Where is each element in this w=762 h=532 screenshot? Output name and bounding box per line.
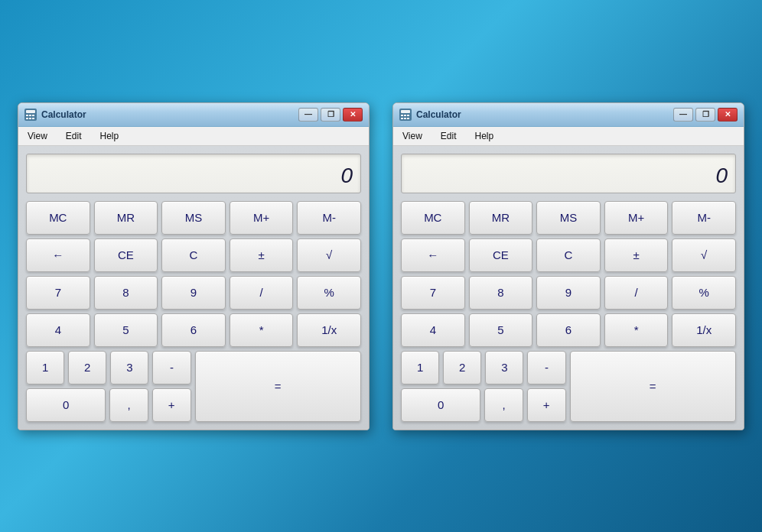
c-button-1[interactable]: C bbox=[161, 238, 226, 272]
divide-button-1[interactable]: / bbox=[230, 276, 294, 310]
two-button-2[interactable]: 2 bbox=[443, 351, 481, 384]
menu-view-2[interactable]: View bbox=[399, 129, 425, 143]
nine-button-1[interactable]: 9 bbox=[161, 276, 226, 310]
last-section-2: 1 2 3 - 0 , + = bbox=[401, 351, 736, 422]
mc-button-2[interactable]: MC bbox=[401, 201, 465, 235]
maximize-button-1[interactable]: ❐ bbox=[321, 108, 340, 122]
plus-button-1[interactable]: + bbox=[152, 388, 191, 422]
menu-view-1[interactable]: View bbox=[24, 129, 50, 143]
button-grid-2: MC MR MS M+ M- ← CE C ± √ 7 8 9 / % bbox=[401, 201, 736, 422]
seven-button-1[interactable]: 7 bbox=[26, 276, 90, 310]
plusminus-button-2[interactable]: ± bbox=[604, 238, 669, 272]
bottom-row-1: 0 , + bbox=[26, 388, 191, 422]
close-button-1[interactable]: ✕ bbox=[343, 108, 363, 122]
mr-button-1[interactable]: MR bbox=[94, 201, 158, 235]
maximize-button-2[interactable]: ❐ bbox=[695, 108, 715, 122]
ce-button-1[interactable]: CE bbox=[94, 238, 158, 272]
reciprocal-button-2[interactable]: 1/x bbox=[672, 313, 736, 347]
menu-edit-1[interactable]: Edit bbox=[63, 129, 85, 143]
five-button-1[interactable]: 5 bbox=[94, 313, 158, 347]
equals-button-2[interactable]: = bbox=[570, 351, 737, 422]
equals-button-1[interactable]: = bbox=[195, 351, 362, 422]
one-button-1[interactable]: 1 bbox=[26, 351, 64, 384]
left-col-2: 1 2 3 - 0 , + bbox=[401, 351, 566, 422]
reciprocal-button-1[interactable]: 1/x bbox=[297, 313, 361, 347]
svg-rect-14 bbox=[404, 118, 406, 119]
minus-button-2[interactable]: - bbox=[527, 351, 565, 384]
memory-row-2: MC MR MS M+ M- bbox=[401, 201, 736, 235]
mminus-button-2[interactable]: M- bbox=[672, 201, 736, 235]
backspace-button-2[interactable]: ← bbox=[401, 238, 465, 272]
mplus-button-2[interactable]: M+ bbox=[604, 201, 669, 235]
percent-button-2[interactable]: % bbox=[672, 276, 736, 310]
plus-button-2[interactable]: + bbox=[527, 388, 566, 422]
svg-rect-11 bbox=[404, 115, 406, 116]
sqrt-button-1[interactable]: √ bbox=[297, 238, 361, 272]
num-row1-1: 7 8 9 / % bbox=[26, 276, 361, 310]
minimize-button-1[interactable]: — bbox=[298, 108, 318, 122]
divide-button-2[interactable]: / bbox=[604, 276, 669, 310]
decimal-button-1[interactable]: , bbox=[109, 388, 148, 422]
six-button-2[interactable]: 6 bbox=[536, 313, 601, 347]
minimize-button-2[interactable]: — bbox=[673, 108, 693, 122]
menu-bar-1: View Edit Help bbox=[18, 127, 369, 146]
svg-rect-4 bbox=[32, 115, 34, 116]
multiply-button-1[interactable]: * bbox=[230, 313, 294, 347]
title-left-1: Calculator bbox=[24, 109, 86, 121]
sqrt-button-2[interactable]: √ bbox=[672, 238, 736, 272]
title-bar-1: Calculator — ❐ ✕ bbox=[18, 103, 369, 127]
mminus-button-1[interactable]: M- bbox=[297, 201, 361, 235]
six-button-1[interactable]: 6 bbox=[161, 313, 226, 347]
svg-rect-10 bbox=[401, 115, 403, 116]
svg-rect-6 bbox=[29, 118, 31, 119]
memory-row-1: MC MR MS M+ M- bbox=[26, 201, 361, 235]
backspace-button-1[interactable]: ← bbox=[26, 238, 90, 272]
ms-button-1[interactable]: MS bbox=[161, 201, 226, 235]
display-value-1: 0 bbox=[340, 164, 353, 188]
multiply-button-2[interactable]: * bbox=[604, 313, 669, 347]
menu-edit-2[interactable]: Edit bbox=[438, 129, 460, 143]
zero-button-2[interactable]: 0 bbox=[401, 388, 480, 422]
zero-button-1[interactable]: 0 bbox=[26, 388, 106, 422]
display-2: 0 bbox=[401, 154, 736, 193]
menu-help-1[interactable]: Help bbox=[96, 129, 122, 143]
eight-button-2[interactable]: 8 bbox=[469, 276, 533, 310]
last-section-1: 1 2 3 - 0 , + = bbox=[26, 351, 361, 422]
svg-rect-2 bbox=[26, 115, 28, 116]
svg-rect-1 bbox=[26, 110, 35, 113]
four-button-2[interactable]: 4 bbox=[401, 313, 465, 347]
ce-button-2[interactable]: CE bbox=[469, 238, 533, 272]
window-title-1: Calculator bbox=[41, 109, 86, 120]
three-button-1[interactable]: 3 bbox=[110, 351, 148, 384]
eight-button-1[interactable]: 8 bbox=[94, 276, 158, 310]
one-button-2[interactable]: 1 bbox=[401, 351, 439, 384]
bottom-row-2: 0 , + bbox=[401, 388, 566, 422]
mplus-button-1[interactable]: M+ bbox=[230, 201, 294, 235]
left-col-1: 1 2 3 - 0 , + bbox=[26, 351, 191, 422]
menu-help-2[interactable]: Help bbox=[471, 129, 497, 143]
title-buttons-2: — ❐ ✕ bbox=[673, 108, 738, 122]
minus-button-1[interactable]: - bbox=[152, 351, 190, 384]
ms-button-2[interactable]: MS bbox=[536, 201, 601, 235]
button-grid-1: MC MR MS M+ M- ← CE C ± √ 7 8 9 / % bbox=[26, 201, 361, 422]
close-button-2[interactable]: ✕ bbox=[718, 108, 738, 122]
nine-button-2[interactable]: 9 bbox=[536, 276, 601, 310]
clear-row-1: ← CE C ± √ bbox=[26, 238, 361, 272]
seven-button-2[interactable]: 7 bbox=[401, 276, 465, 310]
percent-button-1[interactable]: % bbox=[297, 276, 361, 310]
five-button-2[interactable]: 5 bbox=[469, 313, 533, 347]
mc-button-1[interactable]: MC bbox=[26, 201, 90, 235]
decimal-button-2[interactable]: , bbox=[484, 388, 523, 422]
num-row3-2: 1 2 3 - bbox=[401, 351, 566, 384]
svg-rect-3 bbox=[29, 115, 31, 116]
mr-button-2[interactable]: MR bbox=[469, 201, 533, 235]
clear-row-2: ← CE C ± √ bbox=[401, 238, 736, 272]
four-button-1[interactable]: 4 bbox=[26, 313, 90, 347]
three-button-2[interactable]: 3 bbox=[485, 351, 523, 384]
num-row2-1: 4 5 6 * 1/x bbox=[26, 313, 361, 347]
two-button-1[interactable]: 2 bbox=[68, 351, 106, 384]
svg-rect-7 bbox=[32, 118, 34, 119]
c-button-2[interactable]: C bbox=[536, 238, 601, 272]
plusminus-button-1[interactable]: ± bbox=[230, 238, 294, 272]
svg-rect-9 bbox=[401, 110, 410, 113]
